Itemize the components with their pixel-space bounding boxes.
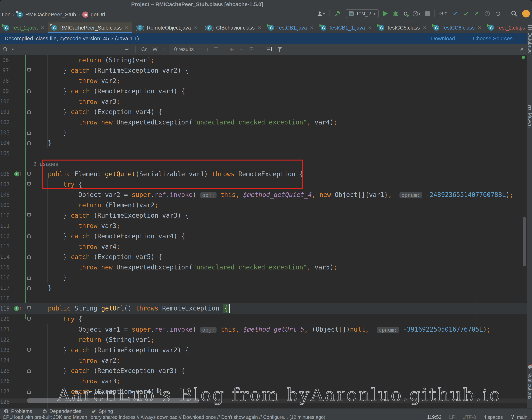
more-tabs-icon[interactable]: ⋮ xyxy=(518,25,524,31)
tab-close-icon[interactable]: ✕ xyxy=(310,25,313,30)
run-marker-icon xyxy=(267,24,270,27)
fold-region-start-icon[interactable] xyxy=(27,172,31,176)
fold-column xyxy=(25,355,33,366)
tab-TestCB1.java[interactable]: CTestCB1.java✕ xyxy=(265,22,317,33)
code-text: Object var2 = super.ref.invoke( obj: thi… xyxy=(33,191,513,198)
run-button[interactable] xyxy=(383,11,388,16)
tool-button-spring[interactable]: Spring xyxy=(91,408,113,414)
gutter xyxy=(10,252,25,262)
fold-region-start-icon[interactable] xyxy=(27,317,31,321)
newline-icon[interactable] xyxy=(124,47,130,52)
tab-close-icon[interactable]: ✕ xyxy=(258,25,261,30)
choose-sources-link[interactable]: Choose Sources... xyxy=(473,35,517,42)
tool-button-database[interactable]: Database xyxy=(527,25,532,54)
inspection-ok-indicator[interactable] xyxy=(522,56,525,59)
ide-update-icon[interactable]: ↑ xyxy=(522,10,530,17)
git-commit-check-icon[interactable] xyxy=(463,11,469,17)
tab-CtBehavior.class[interactable]: (C)CtBehavior.class✕ xyxy=(201,22,265,33)
download-link[interactable]: Download... xyxy=(431,35,459,42)
indent-indicator[interactable]: 4 spaces xyxy=(484,414,503,420)
fold-region-end-icon[interactable] xyxy=(27,389,31,394)
line-separator-indicator[interactable]: LF xyxy=(449,414,455,420)
fold-region-start-icon[interactable] xyxy=(27,182,31,187)
tab-RMICachePeer_Stub.class[interactable]: CRMICachePeer_Stub.class✕ xyxy=(48,22,132,33)
fold-column xyxy=(25,169,33,179)
prev-occurrence-icon[interactable]: ↑ xyxy=(199,46,201,52)
stop-button[interactable] xyxy=(425,11,430,16)
status-message[interactable]: CPU load with pre-built JDK and Maven li… xyxy=(3,414,325,420)
overrides-arrow-icon[interactable]: ↑ xyxy=(19,305,22,312)
tab-close-icon[interactable]: ✕ xyxy=(478,25,481,30)
rollback-icon[interactable] xyxy=(495,11,501,17)
regex-toggle[interactable]: .* xyxy=(163,46,166,52)
fold-column xyxy=(25,75,33,86)
breadcrumb-method[interactable]: getUrl xyxy=(91,12,105,18)
tab-TestCC6.class[interactable]: CTestCC6.class✕ xyxy=(430,22,485,33)
tab-close-icon[interactable]: ✕ xyxy=(423,25,426,30)
method-icon: m xyxy=(82,12,89,18)
code-editor[interactable]: 96 return (String)var1;97 } catch (Runti… xyxy=(0,55,527,408)
tool-button-maven[interactable]: m Maven xyxy=(527,105,532,128)
debug-bug-icon[interactable] xyxy=(392,10,399,17)
tab-TestCB1_1.java[interactable]: CTestCB1_1.java✕ xyxy=(317,22,375,33)
filter-icon[interactable] xyxy=(277,47,282,52)
build-hammer-icon[interactable] xyxy=(334,10,341,17)
next-occurrence-icon[interactable]: ↓ xyxy=(206,46,209,52)
fold-region-start-icon[interactable] xyxy=(27,306,31,311)
tool-button-dependencies[interactable]: Dependencies xyxy=(42,408,81,414)
caret-position[interactable]: 119:52 xyxy=(427,414,442,420)
vertical-scrollbar[interactable] xyxy=(523,217,526,266)
close-find-icon[interactable]: ✕ xyxy=(520,46,524,52)
tab-close-icon[interactable]: ✕ xyxy=(41,25,44,30)
fold-region-end-icon[interactable] xyxy=(27,275,31,280)
user-account-icon[interactable]: ▾ xyxy=(316,10,325,17)
select-occurrences-icon[interactable]: ☑II xyxy=(249,46,255,52)
remove-occurrence-icon[interactable]: −II xyxy=(239,46,244,52)
fold-region-start-icon[interactable] xyxy=(27,68,31,73)
file-class-icon: C xyxy=(321,25,326,31)
git-push-icon[interactable] xyxy=(473,11,480,17)
fold-region-end-icon[interactable] xyxy=(27,368,31,373)
tool-button-problems[interactable]: Problems xyxy=(4,408,32,414)
profiler-icon[interactable]: ▾ xyxy=(412,10,421,17)
breadcrumb-class[interactable]: RMICachePeer_Stub xyxy=(25,12,76,18)
implementing-method-icon[interactable]: I xyxy=(14,306,19,311)
find-separator xyxy=(135,46,136,53)
tab-close-icon[interactable]: ✕ xyxy=(194,25,197,30)
encoding-indicator[interactable]: UTF-8 xyxy=(462,414,476,420)
implementing-method-icon[interactable]: I xyxy=(14,171,19,177)
fold-region-end-icon[interactable] xyxy=(27,255,31,259)
fold-region-end-icon[interactable] xyxy=(27,130,31,135)
code-line-121: 121 Object var1 = super.ref.invoke( obj:… xyxy=(0,324,527,334)
overrides-arrow-icon[interactable]: ↑ xyxy=(19,170,22,177)
tab-close-icon[interactable]: ✕ xyxy=(125,25,128,30)
breadcrumb-package[interactable]: tion xyxy=(2,12,11,18)
fold-region-end-icon[interactable] xyxy=(27,89,31,93)
gutter xyxy=(10,262,25,272)
fold-region-end-icon[interactable] xyxy=(27,141,31,145)
dropdown-icon: ▾ xyxy=(323,11,325,16)
tab-Test_2.java[interactable]: CTest_2.java✕ xyxy=(0,22,48,33)
words-toggle[interactable]: W xyxy=(153,46,157,52)
history-clock-icon[interactable] xyxy=(484,11,490,17)
run-with-coverage-icon[interactable]: C xyxy=(403,11,408,17)
view-options-icon[interactable] xyxy=(267,47,272,51)
fold-region-end-icon[interactable] xyxy=(27,234,31,238)
add-occurrence-icon[interactable]: +II xyxy=(230,46,235,52)
search-everywhere-icon[interactable] xyxy=(511,10,517,17)
fold-region-end-icon[interactable] xyxy=(27,109,31,114)
fold-region-start-icon[interactable] xyxy=(27,213,31,218)
tab-TestCC5.class[interactable]: CTestCC5.class✕ xyxy=(375,22,430,33)
search-input[interactable]: ▾ Cc W .* xyxy=(0,44,169,55)
tab-RemoteObject.java[interactable]: (C)RemoteObject.java✕ xyxy=(132,22,201,33)
tab-Test_2.class[interactable]: CTest_2.class✕ xyxy=(485,22,532,33)
tab-close-icon[interactable]: ✕ xyxy=(368,25,371,30)
match-case-toggle[interactable]: Cc xyxy=(141,46,148,52)
fold-region-start-icon[interactable] xyxy=(27,348,31,352)
run-config-select[interactable]: Test_2 ▾ xyxy=(346,9,379,18)
fold-region-end-icon[interactable] xyxy=(27,285,31,290)
git-update-icon[interactable] xyxy=(452,11,458,17)
git-branch-widget[interactable]: main xyxy=(511,414,527,420)
select-all-occurrences-icon[interactable] xyxy=(214,47,218,51)
search-history-dropdown-icon[interactable]: ▾ xyxy=(12,47,14,52)
